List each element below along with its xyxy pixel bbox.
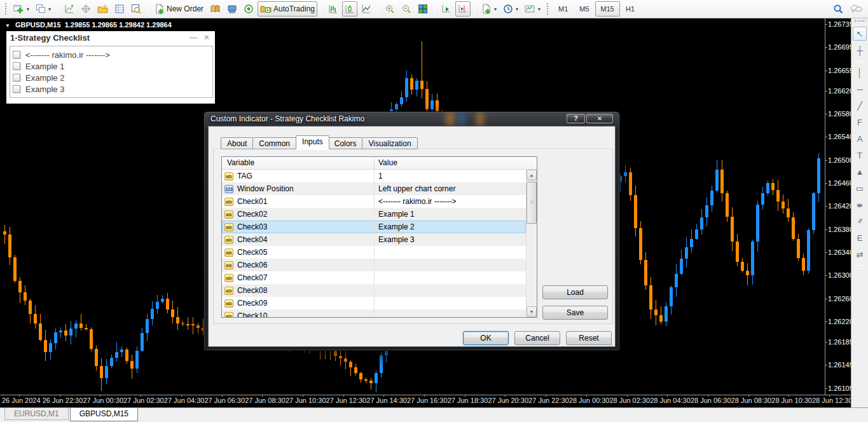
crosshair-button[interactable] (78, 1, 93, 17)
table-row[interactable]: abCheck05 (222, 246, 526, 259)
timeframe-m1-button[interactable]: M1 (553, 1, 574, 17)
toolbar-drag-handle[interactable] (854, 20, 865, 23)
periods-button[interactable]: ▾ (500, 1, 521, 17)
scroll-up-button[interactable]: ▲ (527, 170, 537, 180)
cursor-icon[interactable]: ↖ (853, 27, 867, 41)
timeframe-m15-button[interactable]: M15 (595, 1, 620, 17)
value-cell[interactable]: Example 2 (375, 221, 526, 233)
reset-button[interactable]: Reset (566, 331, 612, 345)
cancel-button[interactable]: Cancel (514, 331, 560, 345)
checklist-item[interactable]: Example 3 (13, 83, 64, 95)
help-button[interactable]: ? (567, 114, 585, 123)
market-watch-button[interactable] (112, 1, 127, 17)
tile-windows-button[interactable] (415, 1, 431, 17)
trendline-icon[interactable]: ╱ (853, 99, 867, 112)
value-cell[interactable]: Example 1 (375, 208, 526, 221)
terminal-button[interactable] (224, 1, 240, 17)
value-cell[interactable]: <------- rakimo.ir -------> (375, 195, 526, 208)
timeframe-h1-button[interactable]: H1 (620, 1, 640, 17)
checkbox-icon[interactable] (13, 62, 20, 70)
minimize-icon[interactable]: — (189, 33, 197, 42)
profiles-button[interactable]: ▾ (33, 1, 53, 17)
new-chart-button[interactable]: ▾ (11, 1, 32, 17)
value-cell[interactable]: Example 3 (375, 233, 526, 246)
zoom-in-button[interactable] (382, 1, 397, 17)
fibonacci-retracement-icon[interactable]: F (853, 115, 867, 129)
cycle-lines-icon[interactable]: ⇄ (853, 247, 867, 261)
checklist-item[interactable]: Example 2 (13, 72, 64, 83)
ok-button[interactable]: OK (463, 331, 509, 345)
scroll-down-button[interactable]: ▼ (527, 306, 537, 317)
timeframe-m5-button[interactable]: M5 (574, 1, 595, 17)
table-row[interactable]: abTAG1 (222, 170, 526, 182)
close-icon[interactable]: ✕ (203, 33, 210, 42)
expert-advisors-button[interactable] (207, 1, 223, 17)
chart-tab-eurusdm1[interactable]: EURUSD,M1 (4, 408, 69, 420)
toolbar-drag-handle[interactable] (4, 3, 8, 15)
checkbox-icon[interactable] (13, 85, 20, 93)
equidistant-channel-icon[interactable]: /// (853, 214, 867, 228)
data-window-button[interactable] (128, 1, 144, 17)
table-row[interactable]: abCheck09 (222, 297, 526, 310)
save-button[interactable]: Save (542, 306, 608, 320)
vertical-line-icon[interactable]: │ (853, 65, 867, 79)
value-cell[interactable] (375, 259, 526, 271)
chart-shift-button[interactable] (455, 1, 471, 17)
tick-chart-button[interactable] (62, 1, 77, 17)
value-cell[interactable] (375, 246, 526, 259)
tab-inputs[interactable]: Inputs (296, 135, 329, 149)
value-cell[interactable] (375, 284, 526, 297)
table-row[interactable]: abCheck04Example 3 (222, 233, 526, 246)
table-row[interactable]: abCheck03Example 2 (222, 221, 526, 233)
tab-common[interactable]: Common (253, 137, 296, 149)
value-cell[interactable]: Left upper chart corner (375, 182, 526, 195)
resize-grip[interactable] (608, 340, 614, 346)
zoom-out-button[interactable] (399, 1, 414, 17)
table-row[interactable]: abCheck10 (222, 310, 526, 317)
new-order-button[interactable]: New Order (152, 1, 206, 17)
table-row[interactable]: abCheck07 (222, 271, 526, 284)
text-label-icon[interactable]: T (853, 148, 867, 162)
horizontal-line-icon[interactable]: ─ (853, 82, 867, 96)
autotrading-button[interactable]: AutoTrading (258, 1, 317, 17)
fibonacci-channel-icon[interactable]: E (853, 231, 867, 245)
table-row[interactable]: abCheck01<------- rakimo.ir -------> (222, 195, 526, 208)
table-row[interactable]: abCheck02Example 1 (222, 208, 526, 221)
candlestick-chart-button[interactable] (342, 1, 357, 17)
ellipse-icon[interactable]: ● (853, 198, 867, 212)
auto-scroll-button[interactable] (439, 1, 454, 17)
chat-button[interactable] (848, 1, 865, 17)
table-row[interactable]: 123Window PositionLeft upper chart corne… (222, 182, 526, 195)
close-button[interactable]: ✕ (586, 114, 613, 123)
scrollbar-thumb[interactable] (527, 182, 537, 224)
connection-button[interactable] (241, 1, 256, 17)
value-cell[interactable] (375, 297, 526, 310)
load-button[interactable]: Load (542, 285, 608, 299)
checklist-item[interactable]: Example 1 (13, 60, 64, 72)
line-chart-button[interactable] (359, 1, 374, 17)
value-cell[interactable] (375, 310, 526, 317)
value-cell[interactable]: 1 (375, 170, 526, 182)
checkbox-icon[interactable] (13, 74, 20, 81)
table-row[interactable]: abCheck08 (222, 284, 526, 297)
one-click-trading-arrow-icon[interactable]: ▼ (5, 23, 10, 29)
indicators-button[interactable]: ▾ (479, 1, 499, 17)
checklist-item[interactable]: <------- rakimo.ir -------> (13, 49, 110, 60)
value-cell[interactable] (375, 271, 526, 284)
table-row[interactable]: abCheck06 (222, 259, 526, 271)
text-icon[interactable]: A (853, 132, 867, 146)
crosshair-icon[interactable]: ┼ (853, 43, 867, 57)
tab-colors[interactable]: Colors (329, 137, 363, 149)
bar-chart-button[interactable] (326, 1, 341, 17)
toolbar-drag-handle[interactable] (546, 3, 549, 15)
arrow-icon[interactable]: ▲ (853, 165, 867, 179)
checkbox-icon[interactable] (13, 51, 20, 58)
tab-about[interactable]: About (221, 137, 253, 149)
templates-button[interactable]: ▾ (522, 1, 543, 17)
search-button[interactable] (830, 1, 846, 17)
favorites-button[interactable] (95, 1, 111, 17)
table-scrollbar[interactable]: ▲ ▼ (526, 170, 537, 317)
tab-visualization[interactable]: Visualization (362, 137, 417, 149)
rectangle-icon[interactable]: ▭ (853, 181, 867, 195)
chart-tab-gbpusdm15[interactable]: GBPUSD,M15 (70, 408, 138, 421)
